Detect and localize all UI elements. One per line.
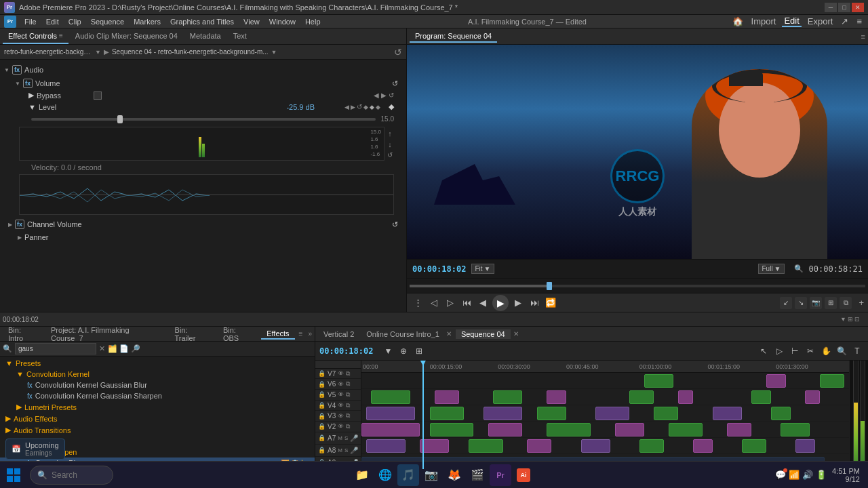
bypass-reset[interactable]: ↺ xyxy=(389,92,394,99)
clip-v6-3[interactable] xyxy=(493,390,522,404)
tab-metadata[interactable]: Metadata xyxy=(184,29,226,44)
effects-search-input[interactable] xyxy=(15,343,96,354)
v4-eye[interactable]: 👁 xyxy=(338,402,344,409)
export-btn[interactable]: Export xyxy=(806,16,835,26)
effects-menu-icon[interactable]: ≡ xyxy=(299,330,303,338)
loop-btn[interactable]: 🔁 xyxy=(544,296,557,310)
level-right-arrow[interactable]: ▶ xyxy=(351,104,355,110)
upcoming-notification[interactable]: 📅 Upcoming Earnings xyxy=(5,439,65,460)
clip-v3-6[interactable] xyxy=(639,439,664,453)
in-point-btn[interactable]: ◁ xyxy=(427,296,441,310)
audio-triangle[interactable]: ▼ xyxy=(4,67,9,73)
tab-audio-clip-mixer[interactable]: Audio Clip Mixer: Sequence 04 xyxy=(70,29,183,44)
add-marker-btn[interactable]: ⋮ xyxy=(411,296,425,310)
expand-icon[interactable]: » xyxy=(308,330,312,338)
taskbar-premiere[interactable]: Pr xyxy=(490,464,511,486)
vu-down-btn[interactable]: ↓ xyxy=(388,140,392,148)
export-frame-btn[interactable]: 📷 xyxy=(810,297,822,309)
menu-file[interactable]: File xyxy=(20,17,41,26)
v6-eye[interactable]: 👁 xyxy=(338,381,344,388)
clip-v5-6[interactable] xyxy=(654,407,678,420)
ch-reset[interactable]: ↺ xyxy=(392,220,398,229)
audio-transitions-folder[interactable]: ▶ Audio Transitions xyxy=(0,424,315,436)
presets-folder[interactable]: ▼ Presets xyxy=(0,358,315,369)
find-btn[interactable]: 🔎 xyxy=(131,344,140,353)
v3-eye[interactable]: 👁 xyxy=(338,413,344,420)
clip-v5-5[interactable] xyxy=(595,407,629,420)
taskbar-chrome[interactable]: 🌐 xyxy=(374,464,396,486)
step-back-btn[interactable]: ◀ xyxy=(476,296,490,310)
clip-v3-8[interactable] xyxy=(742,439,766,453)
vol-triangle[interactable]: ▼ xyxy=(15,81,20,87)
tl-track-select-tool[interactable]: ▷ xyxy=(772,344,786,358)
edit-btn[interactable]: Edit xyxy=(782,16,801,27)
clip-v3-7[interactable] xyxy=(693,439,713,453)
volume-icon[interactable]: 🔊 xyxy=(802,470,813,480)
multi-cam-btn[interactable]: ⊞ xyxy=(825,297,837,309)
play-pause-btn[interactable]: ▶ xyxy=(492,295,509,311)
v2-eye[interactable]: 👁 xyxy=(338,423,344,430)
ch-triangle[interactable]: ▶ xyxy=(8,222,12,228)
insert-btn[interactable]: ↙ xyxy=(780,297,792,309)
ck-gaussian-blur-item[interactable]: fx Convolution Kernel Gaussian Blur xyxy=(0,380,315,390)
window-controls[interactable]: ─ □ ✕ xyxy=(825,3,864,12)
v5-lock[interactable]: 🔒 xyxy=(318,391,326,398)
jump-in-btn[interactable]: ⏮ xyxy=(460,296,473,310)
clip-v7-1[interactable] xyxy=(644,374,673,388)
tl-razor-tool[interactable]: ✂ xyxy=(804,344,817,358)
taskbar-adobe[interactable]: Ai xyxy=(513,464,534,486)
level-triangle[interactable]: ▼ xyxy=(28,103,36,111)
minimize-btn[interactable]: ─ xyxy=(825,3,837,12)
clip-v5-8[interactable] xyxy=(771,407,791,420)
progress-thumb[interactable] xyxy=(547,282,552,290)
level-slider-track[interactable] xyxy=(31,118,376,121)
tl-add-marker-btn[interactable]: ⊕ xyxy=(397,344,410,358)
clip-v4-3[interactable] xyxy=(488,423,522,436)
preview-timecode-display[interactable]: 00:00:18:02 xyxy=(412,264,466,274)
taskbar-video[interactable]: 🎬 xyxy=(467,464,488,486)
tab-sequence04[interactable]: Sequence 04 xyxy=(456,329,511,339)
bypass-checkbox[interactable] xyxy=(94,92,102,100)
tl-filter-btn[interactable]: ▼ xyxy=(381,344,395,358)
clip-v5-1[interactable] xyxy=(366,407,415,420)
source-name[interactable]: retro-funk-energetic-background-m... xyxy=(4,48,92,56)
taskbar-music[interactable]: 🎵 xyxy=(397,464,419,486)
full-selector[interactable]: Full ▼ xyxy=(758,264,784,274)
clip-v6-4[interactable] xyxy=(547,390,566,404)
taskbar-firefox[interactable]: 🦊 xyxy=(443,464,465,486)
clip-v6-7[interactable] xyxy=(751,390,771,404)
preview-progress-bar[interactable] xyxy=(407,278,868,293)
menu-sequence[interactable]: Sequence xyxy=(87,17,129,26)
reset-btn[interactable]: ↺ xyxy=(394,47,402,58)
ck-gaussian-sharpen-item[interactable]: fx Convolution Kernel Gaussian Sharpen xyxy=(0,390,315,401)
home-icon[interactable]: 🏠 xyxy=(730,16,745,26)
clip-v4-5[interactable] xyxy=(615,423,644,436)
clip-v3-4[interactable] xyxy=(527,439,551,453)
tab-seq04-close2[interactable]: ✕ xyxy=(513,330,519,338)
clip-v6-5[interactable] xyxy=(629,390,654,404)
wifi-icon[interactable]: 📶 xyxy=(789,470,800,480)
vu-up-btn[interactable]: ↑ xyxy=(388,129,392,138)
clip-v7-2[interactable] xyxy=(766,374,786,388)
tab-program-sequence[interactable]: Program: Sequence 04 xyxy=(410,30,497,43)
clip-v4-8[interactable] xyxy=(781,423,810,436)
tab-bin-trailer[interactable]: Bin: Trailer xyxy=(170,325,215,343)
level-left-arrow[interactable]: ◀ xyxy=(344,104,349,110)
tl-hand-tool[interactable]: ✋ xyxy=(819,344,833,358)
settings-icon[interactable]: ≡ xyxy=(854,16,864,26)
share-icon[interactable]: ↗ xyxy=(839,16,850,26)
tl-zoom-tool[interactable]: 🔍 xyxy=(835,344,848,358)
tab-effect-controls[interactable]: Effect Controls ≡ xyxy=(3,29,68,44)
bypass-left-arrow[interactable]: ◀ xyxy=(374,92,379,99)
add-button[interactable]: + xyxy=(859,298,864,308)
v5-eye[interactable]: 👁 xyxy=(338,391,344,398)
new-item-btn[interactable]: 📄 xyxy=(119,344,129,353)
tl-ripple-edit-tool[interactable]: ⊢ xyxy=(788,344,802,358)
tab-vertical2[interactable]: Vertical 2 xyxy=(318,329,359,339)
a7-lock[interactable]: 🔒 xyxy=(318,434,326,441)
clip-v4-2[interactable] xyxy=(430,423,474,436)
v6-link[interactable]: ⧉ xyxy=(346,380,350,388)
fit-selector[interactable]: Fit ▼ xyxy=(471,264,494,274)
menu-window[interactable]: Window xyxy=(265,17,300,26)
timeline-content[interactable]: 00:00 00:00:15:00 00:00:30:00 00:00:45:0… xyxy=(361,361,849,469)
